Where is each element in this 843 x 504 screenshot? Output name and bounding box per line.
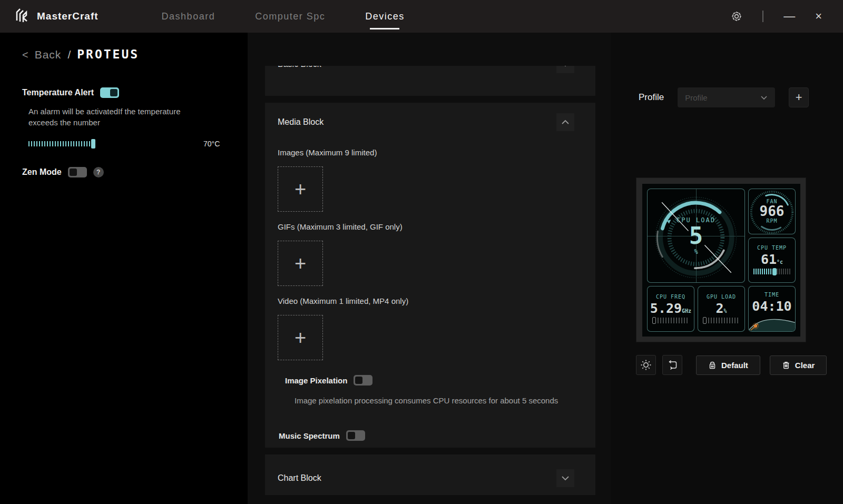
fan-value: 966 — [760, 204, 785, 218]
images-section-label: Images (Maximum 9 limited) — [278, 148, 583, 157]
zen-mode-help-icon[interactable]: ? — [93, 167, 104, 177]
app-header: MasterCraft Dashboard Computer Spc Devic… — [0, 0, 843, 33]
temperature-alert-description: An alarm will be activatedIf the tempera… — [28, 106, 212, 128]
basic-block-title: Basic Block — [278, 66, 321, 69]
tab-dashboard[interactable]: Dashboard — [161, 8, 217, 25]
clear-button-label: Clear — [795, 361, 815, 370]
temperature-value: 70°C — [203, 140, 220, 148]
minimize-button[interactable]: — — [783, 11, 795, 22]
chart-block-title: Chart Block — [278, 473, 321, 483]
tab-devices[interactable]: Devices — [364, 8, 406, 25]
trash-icon — [782, 361, 790, 370]
image-pixelation-label: Image Pixelation — [285, 376, 347, 385]
cpu-freq-value: 5.29GHz — [650, 302, 691, 315]
chevron-down-icon — [561, 66, 570, 67]
image-pixelation-toggle[interactable] — [354, 375, 373, 386]
gifs-upload-button[interactable]: + — [278, 241, 323, 286]
cpu-temp-widget: CPU TEMP 61°c — [748, 238, 796, 283]
plus-icon: + — [295, 254, 306, 272]
cpu-freq-widget: CPU FREQ 5.29GHz — [647, 286, 694, 332]
tab-computer-spc[interactable]: Computer Spc — [254, 8, 326, 25]
temperature-slider[interactable] — [28, 141, 191, 146]
breadcrumb-separator: / — [67, 48, 71, 61]
brightness-sun-icon — [640, 359, 652, 371]
clear-button[interactable]: Clear — [770, 355, 827, 375]
profile-label: Profile — [639, 92, 664, 103]
rotate-screen-icon — [666, 359, 678, 371]
device-settings-panel: < Back / PROTEUS Temperature Alert An al… — [0, 33, 248, 504]
gpu-load-value: 2% — [715, 302, 727, 315]
rotate-screen-button[interactable] — [662, 355, 682, 375]
blocks-scroll-viewport[interactable]: Basic Block Media Block Images (Maximum … — [248, 66, 611, 495]
breadcrumb: < Back / PROTEUS — [22, 47, 227, 61]
cpu-load-value: 5 — [689, 224, 703, 248]
settings-gear-icon[interactable] — [731, 11, 742, 22]
cpu-temp-bar — [753, 268, 790, 275]
chevron-up-icon — [561, 120, 570, 125]
profile-placeholder: Profile — [685, 93, 708, 102]
preview-screen: CPU LOAD 5 % FAN 966 RPM — [642, 184, 800, 337]
video-upload-button[interactable]: + — [278, 315, 323, 360]
temperature-alert-label: Temperature Alert — [22, 88, 94, 97]
plus-icon: + — [796, 92, 802, 103]
cpu-load-gauge: CPU LOAD 5 % — [647, 189, 745, 283]
profile-preview-column: Profile Profile + — [611, 33, 843, 504]
chevron-down-icon — [760, 95, 768, 100]
window-divider — [762, 11, 763, 22]
add-profile-button[interactable]: + — [789, 87, 809, 107]
media-block-panel: Media Block Images (Maximum 9 limited) +… — [265, 103, 595, 448]
back-link[interactable]: Back — [35, 48, 62, 61]
back-chevron-icon: < — [22, 49, 28, 61]
default-button[interactable]: Default — [696, 355, 760, 375]
time-label: TIME — [764, 292, 779, 298]
basic-block-panel: Basic Block — [265, 66, 595, 96]
cpu-freq-bar — [652, 317, 689, 324]
zen-mode-toggle[interactable] — [68, 167, 87, 177]
video-section-label: Video (Maximum 1 limited, MP4 only) — [278, 297, 583, 305]
time-widget: TIME 04:10 — [748, 286, 796, 332]
brightness-button[interactable] — [636, 355, 656, 375]
device-screen-preview: CPU LOAD 5 % FAN 966 RPM — [636, 177, 806, 342]
brand: MasterCraft — [15, 7, 99, 26]
gpu-load-widget: GPU LOAD 2% — [698, 286, 745, 332]
cpu-freq-label: CPU FREQ — [656, 294, 685, 300]
temperature-alert-toggle[interactable] — [100, 87, 119, 98]
images-upload-button[interactable]: + — [278, 166, 323, 212]
brand-name: MasterCraft — [37, 11, 99, 22]
chevron-down-icon — [561, 476, 570, 481]
music-spectrum-toggle[interactable] — [346, 430, 365, 441]
chart-block-expand-button[interactable] — [556, 469, 574, 487]
media-block-collapse-button[interactable] — [556, 113, 574, 131]
cpu-temp-label: CPU TEMP — [757, 245, 787, 251]
profile-dropdown[interactable]: Profile — [678, 87, 775, 107]
fan-unit: RPM — [766, 218, 777, 224]
music-spectrum-label: Music Spectrum — [279, 431, 340, 440]
fan-gauge: FAN 966 RPM — [748, 189, 796, 234]
blocks-column: Basic Block Media Block Images (Maximum … — [248, 33, 611, 504]
gifs-section-label: GIFs (Maximum 3 limited, GIF only) — [278, 222, 583, 231]
media-block-title: Media Block — [278, 117, 324, 127]
main-tabs: Dashboard Computer Spc Devices — [161, 8, 406, 25]
gpu-load-label: GPU LOAD — [707, 294, 736, 300]
basic-block-expand-button[interactable] — [556, 66, 574, 73]
gpu-load-bar — [703, 317, 740, 324]
plus-icon: + — [295, 180, 306, 198]
cpu-temp-value: 61°c — [761, 253, 783, 266]
temperature-slider-thumb[interactable] — [91, 139, 95, 149]
chart-block-panel: Chart Block — [265, 454, 595, 495]
default-button-label: Default — [721, 361, 748, 370]
time-curve-graphic — [749, 314, 796, 331]
page-title-device-name: PROTEUS — [77, 47, 139, 61]
temperature-slider-fill — [28, 141, 93, 146]
image-pixelation-description: Image pixelation processing consumes CPU… — [295, 395, 566, 406]
brand-logo-icon — [15, 7, 31, 26]
reset-trash-icon — [708, 361, 717, 370]
cpu-load-unit: % — [694, 248, 698, 255]
zen-mode-label: Zen Mode — [22, 167, 62, 177]
plus-icon: + — [295, 329, 306, 347]
time-value: 04:10 — [752, 300, 791, 313]
close-button[interactable]: × — [815, 11, 822, 22]
